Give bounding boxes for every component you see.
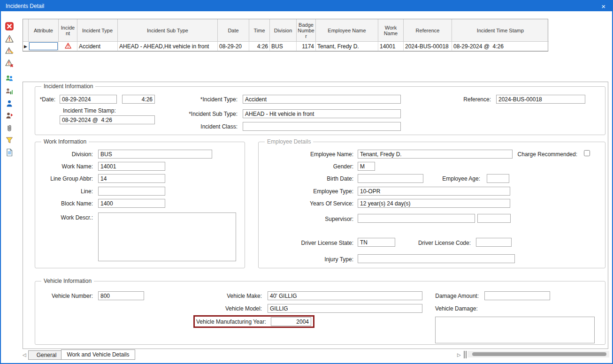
- vehicle-make-input[interactable]: [268, 291, 422, 300]
- cell-incident-type[interactable]: Accident: [77, 42, 118, 51]
- tab-work-and-vehicle-details[interactable]: Work and Vehicle Details: [61, 349, 135, 360]
- cell-division[interactable]: BUS: [270, 42, 297, 51]
- grid-header-attribute[interactable]: Attribute: [29, 19, 59, 42]
- supervisor-input[interactable]: [358, 214, 475, 223]
- work-descr-textarea[interactable]: [98, 212, 236, 261]
- focused-cell-outline: [29, 42, 58, 50]
- years-of-service-input[interactable]: [358, 199, 510, 208]
- birth-date-label: Birth Date:: [327, 175, 353, 182]
- damage-amount-input[interactable]: [484, 291, 550, 300]
- incidents-grid: Attribute Incident Incident Type Inciden…: [23, 19, 548, 52]
- cell-incident[interactable]: [59, 42, 77, 51]
- date-input[interactable]: [60, 95, 117, 104]
- driver-license-state-input[interactable]: [358, 238, 395, 247]
- incident-sub-type-input[interactable]: [243, 109, 401, 118]
- filter-icon[interactable]: [5, 136, 14, 145]
- injury-type-input[interactable]: [358, 254, 515, 263]
- incident-delete-icon[interactable]: [5, 59, 14, 68]
- grid-header-badge-number[interactable]: Badge Number: [297, 19, 316, 42]
- years-of-service-label: Years Of Service:: [310, 200, 353, 207]
- incident-warning-icon[interactable]: [5, 34, 14, 44]
- grid-header-incident-sub-type[interactable]: Incident Sub Type: [118, 19, 218, 42]
- incident-class-input[interactable]: [243, 122, 401, 131]
- division-input[interactable]: [98, 150, 212, 159]
- vehicle-damage-textarea[interactable]: [435, 317, 595, 343]
- vehicle-number-input[interactable]: [98, 291, 144, 300]
- work-name-input[interactable]: [98, 162, 165, 171]
- tab-general[interactable]: General: [28, 350, 65, 360]
- grid-header-reference[interactable]: Reference: [404, 19, 452, 42]
- driver-license-code-label: Driver License Code:: [418, 240, 471, 246]
- incident-type-input[interactable]: [243, 95, 401, 104]
- employee-name-input[interactable]: [358, 150, 513, 159]
- division-label: Division:: [72, 151, 93, 158]
- grid-header-employee-name[interactable]: Employee Name: [316, 19, 378, 42]
- cell-badge-number[interactable]: 1174: [297, 42, 316, 51]
- birth-date-input[interactable]: [358, 174, 423, 183]
- person-icon[interactable]: [5, 99, 14, 108]
- employee-details-title: Employee Details: [265, 138, 313, 145]
- vehicle-model-input[interactable]: [268, 304, 422, 313]
- charge-recommended-checkbox[interactable]: [584, 150, 590, 156]
- damage-amount-label: Damage Amount:: [435, 293, 479, 299]
- reference-label: Reference:: [463, 96, 491, 103]
- charge-recommended-label: Charge Recommended:: [518, 151, 577, 158]
- grid-header-incident[interactable]: Incident: [59, 19, 77, 42]
- splitter-handle[interactable]: [464, 351, 467, 358]
- driver-license-code-input[interactable]: [476, 238, 512, 247]
- manufacturing-year-input[interactable]: [271, 317, 311, 326]
- cell-reference[interactable]: 2024-BUS-00018: [404, 42, 452, 51]
- grid-header-work-name[interactable]: Work Name: [378, 19, 404, 42]
- vehicle-number-label: Vehicle Number:: [52, 293, 93, 299]
- employees-icon[interactable]: [5, 74, 14, 83]
- grid-row[interactable]: ▶ Accident AHEAD - AHEAD,Hit vehicle in …: [23, 42, 548, 51]
- grid-header-time[interactable]: Time: [249, 19, 270, 42]
- driver-license-state-label: Driver License State:: [301, 240, 353, 246]
- date-label: *Date:: [40, 96, 55, 103]
- cell-employee-name[interactable]: Tenant, Fredy D.: [316, 42, 378, 51]
- grid-header-date[interactable]: Date: [218, 19, 249, 42]
- employee-age-input[interactable]: [487, 174, 509, 183]
- incident-sub-type-label: *Incident Sub Type:: [189, 111, 238, 117]
- gender-input[interactable]: [358, 162, 375, 171]
- incidents-detail-window: Incidents Detail × Attribute Incident: [0, 0, 613, 364]
- cell-attribute[interactable]: [29, 42, 59, 51]
- tab-scroll-left-icon[interactable]: ◁: [23, 352, 26, 357]
- delete-record-icon[interactable]: [5, 22, 14, 31]
- row-selector-arrow: ▶: [24, 44, 27, 49]
- attachment-icon[interactable]: [5, 123, 14, 133]
- manufacturing-year-label: Vehicle Manufacturing Year:: [196, 318, 266, 325]
- block-name-input[interactable]: [98, 199, 165, 208]
- cell-incident-sub-type[interactable]: AHEAD - AHEAD,Hit vehicle in front: [118, 42, 218, 51]
- block-name-label: Block Name:: [61, 200, 93, 207]
- work-information-title: Work Information: [41, 138, 89, 145]
- horizontal-scrollbar-thumb[interactable]: [472, 352, 606, 356]
- employee-chart-icon[interactable]: [5, 87, 14, 96]
- cell-work-name[interactable]: 14001: [378, 42, 404, 51]
- cell-time[interactable]: 4:26: [249, 42, 270, 51]
- incident-edit-icon[interactable]: [5, 46, 14, 56]
- cell-incident-time-stamp[interactable]: 08-29-2024 @ 4:26: [452, 42, 549, 51]
- vehicle-model-label: Vehicle Model:: [225, 305, 262, 312]
- document-icon[interactable]: [5, 148, 14, 157]
- grid-header-division[interactable]: Division: [270, 19, 297, 42]
- line-group-abbr-label: Line Group Abbr:: [50, 175, 93, 182]
- person-alert-icon[interactable]: [5, 111, 14, 121]
- tab-scroll-right-icon[interactable]: ▷: [457, 352, 461, 357]
- employee-type-input[interactable]: [358, 187, 510, 196]
- employee-name-label: Employee Name:: [310, 151, 353, 158]
- reference-input[interactable]: [496, 95, 585, 104]
- row-selector[interactable]: ▶: [23, 42, 29, 51]
- supervisor-code-input[interactable]: [477, 214, 511, 223]
- horizontal-scrollbar-track[interactable]: [467, 351, 609, 357]
- line-group-abbr-input[interactable]: [98, 174, 165, 183]
- vehicle-make-label: Vehicle Make:: [227, 293, 262, 299]
- window-titlebar: Incidents Detail ×: [1, 1, 612, 11]
- cell-date[interactable]: 08-29-20: [218, 42, 249, 51]
- window-close-button[interactable]: ×: [599, 3, 607, 10]
- time-input[interactable]: [122, 95, 155, 104]
- incident-time-stamp-input[interactable]: [60, 115, 155, 124]
- grid-header-incident-time-stamp[interactable]: Incident Time Stamp: [452, 19, 549, 42]
- grid-header-incident-type[interactable]: Incident Type: [77, 19, 118, 42]
- line-input[interactable]: [98, 187, 165, 196]
